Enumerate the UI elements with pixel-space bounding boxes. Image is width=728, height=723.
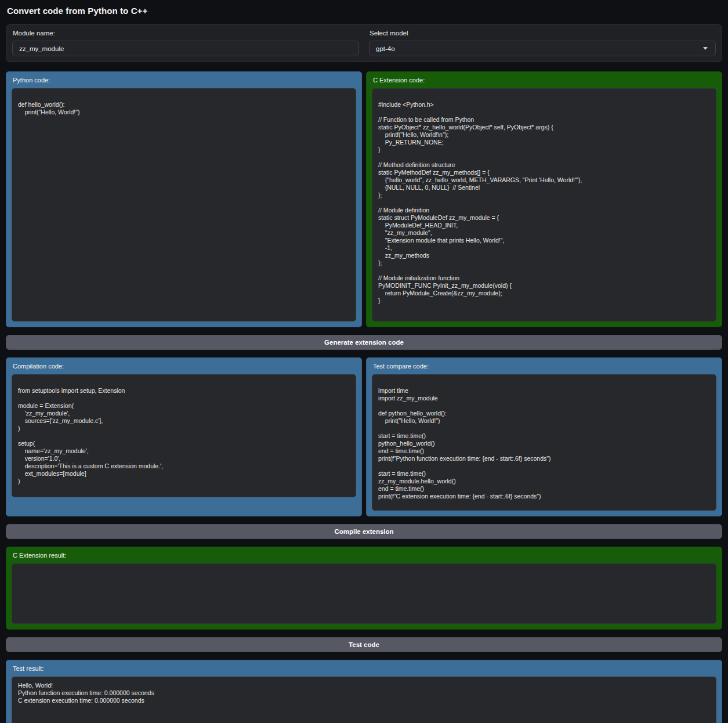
module-name-field: Module name: [12,29,359,56]
python-code-label: Python code: [13,77,356,84]
generate-extension-code-button[interactable]: Generate extension code [6,335,722,350]
compilation-code-textarea[interactable]: from setuptools import setup, Extension … [12,374,356,497]
page-title: Convert code from Python to C++ [7,6,722,16]
compilation-code-label: Compilation code: [13,363,356,370]
chevron-down-icon [703,47,708,50]
model-field: Select model gpt-4o [369,29,716,56]
c-extension-code-panel: C Extension code: #include <Python.h> //… [366,71,722,327]
model-dropdown-value: gpt-4o [376,45,395,52]
model-dropdown[interactable]: gpt-4o [369,41,716,56]
compile-extension-button[interactable]: Compile extension [6,524,722,539]
test-code-button[interactable]: Test code [6,637,722,652]
compile-test-row: Compilation code: from setuptools import… [6,357,722,516]
c-extension-result-textarea[interactable] [12,563,716,624]
test-compare-code-textarea[interactable]: import time import zz_my_module def pyth… [372,374,716,511]
python-code-textarea[interactable]: def hello_world(): print("Hello, World!"… [12,88,356,321]
test-compare-code-panel: Test compare code: import time import zz… [366,357,722,516]
module-name-label: Module name: [13,30,359,37]
test-compare-code-label: Test compare code: [373,363,716,370]
test-result-label: Test result: [13,665,716,672]
model-label: Select model [370,30,716,37]
config-panel: Module name: Select model gpt-4o [6,24,722,62]
python-code-panel: Python code: def hello_world(): print("H… [6,71,362,327]
c-extension-result-label: C Extension result: [13,552,716,559]
test-result-panel: Test result: Hello, World! Python functi… [6,660,722,723]
module-name-input[interactable] [12,41,359,56]
code-row: Python code: def hello_world(): print("H… [6,71,722,327]
c-extension-result-panel: C Extension result: [6,547,722,630]
c-extension-code-textarea[interactable]: #include <Python.h> // Function to be ca… [372,88,716,321]
test-result-textarea[interactable]: Hello, World! Python function execution … [12,677,716,723]
compilation-code-panel: Compilation code: from setuptools import… [6,357,362,516]
c-extension-code-label: C Extension code: [373,77,716,84]
